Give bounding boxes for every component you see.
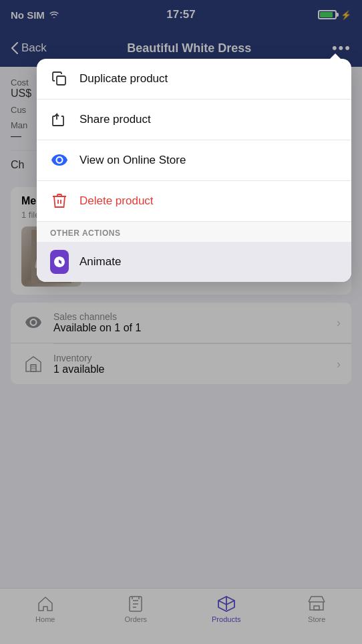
animate-icon	[50, 253, 69, 271]
share-label: Share product	[79, 113, 151, 126]
dropdown-caret	[329, 53, 342, 60]
share-product-item[interactable]: Share product	[37, 100, 351, 140]
duplicate-product-item[interactable]: Duplicate product	[37, 59, 351, 100]
delete-label: Delete product	[79, 194, 154, 208]
delete-product-item[interactable]: Delete product	[37, 181, 351, 222]
other-actions-header: OTHER ACTIONS	[37, 222, 351, 242]
trash-icon	[50, 192, 69, 210]
view-eye-icon	[50, 151, 69, 170]
svg-rect-3	[57, 76, 65, 85]
view-online-store-label: View on Online Store	[79, 154, 186, 167]
duplicate-icon	[50, 69, 69, 88]
animate-item[interactable]: Animate	[37, 242, 351, 282]
duplicate-label: Duplicate product	[79, 72, 168, 86]
view-online-store-item[interactable]: View on Online Store	[37, 140, 351, 181]
share-icon	[50, 110, 69, 129]
dropdown-menu: Duplicate product Share product View on …	[37, 59, 351, 282]
animate-label: Animate	[79, 255, 121, 269]
